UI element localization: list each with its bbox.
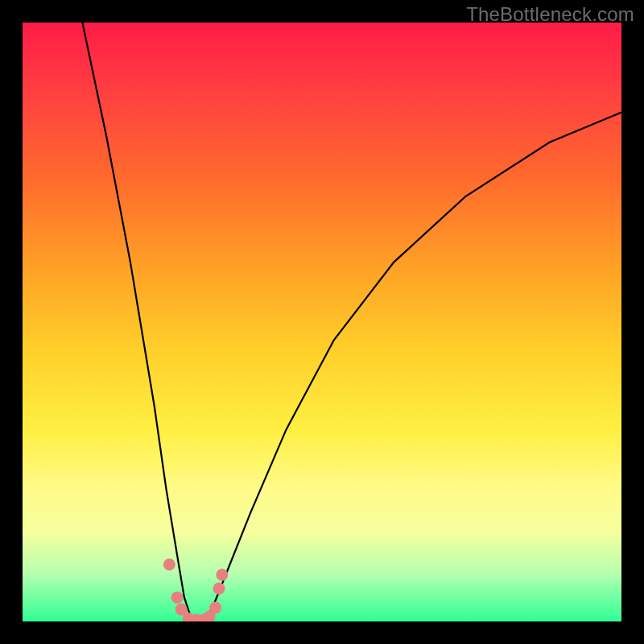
marker-dot	[213, 583, 225, 595]
plot-area	[23, 23, 621, 621]
marker-dot	[171, 592, 184, 604]
bottleneck-curve	[82, 23, 621, 621]
marker-dot	[163, 559, 175, 571]
bottleneck-chart	[23, 23, 621, 621]
chart-frame: TheBottleneck.com	[0, 0, 644, 644]
marker-dot	[209, 601, 221, 613]
watermark-text: TheBottleneck.com	[466, 3, 634, 26]
marker-dot	[216, 569, 228, 581]
